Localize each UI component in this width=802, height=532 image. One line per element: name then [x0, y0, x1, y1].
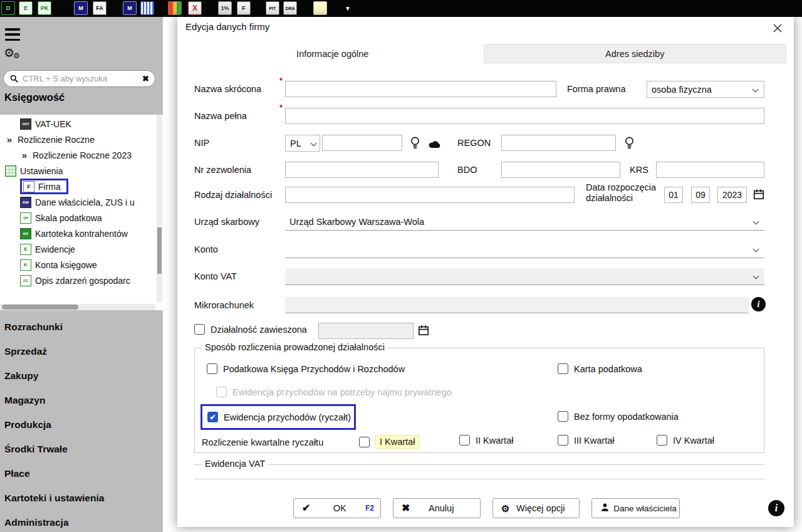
q2-checkbox[interactable]: ✔ II Kwartał	[459, 435, 513, 446]
rodzaj-dzialalnosci-input[interactable]	[285, 187, 575, 203]
tree-item-ustawienia[interactable]: Ustawienia	[5, 163, 63, 179]
tree-horizontal-scrollbar[interactable]	[0, 304, 155, 310]
toolbar-ruler-icon[interactable]	[140, 1, 154, 15]
toolbar-dropdown-icon[interactable]: ▼	[341, 1, 355, 15]
konto-vat-select[interactable]	[285, 268, 764, 285]
tree-item-opis-zdarzen[interactable]: ZG Opis zdarzeń gospodarc	[20, 273, 130, 288]
calendar-icon[interactable]	[417, 324, 430, 336]
zawieszenie-date-input[interactable]	[318, 323, 414, 339]
nip-bulb-icon[interactable]	[409, 136, 420, 150]
ryczalt-highlight-box: ✔ Ewidencja przychodów (ryczałt)	[200, 404, 356, 430]
nip-input[interactable]	[322, 135, 402, 151]
toolbar-reports-icon[interactable]	[168, 1, 182, 15]
toolbar-pk-icon[interactable]: PK	[38, 1, 51, 15]
checkbox-box: ✔	[216, 387, 227, 397]
konto-label: Konto	[194, 241, 218, 258]
search-input[interactable]	[23, 74, 138, 83]
tree-horizontal-scrollbar-thumb[interactable]	[2, 305, 78, 310]
tree-item-label: Ewidencje	[35, 244, 75, 254]
sidebar-item-magazyn[interactable]: Magazyn	[4, 395, 45, 406]
checkbox-box: ✔	[459, 435, 470, 446]
sidebar-item-srodki-trwale[interactable]: Środki Trwałe	[4, 444, 68, 455]
nr-zezwolenia-input[interactable]	[285, 162, 439, 178]
toolbar-pit-icon[interactable]: PIT	[266, 1, 279, 15]
calendar-icon[interactable]	[753, 188, 765, 201]
checkbox-label: Ewidencja przychodów (ryczałt)	[224, 412, 351, 422]
nazwa-pelna-input[interactable]	[285, 108, 764, 124]
start-date-year-input[interactable]: 2023	[717, 187, 747, 203]
cloud-download-icon[interactable]	[427, 138, 441, 149]
tree-item-label: Dane właściciela, ZUS i u	[35, 197, 135, 207]
q1-checkbox[interactable]: ✔ I Kwartał	[359, 435, 419, 449]
sidebar: ⚙ ⚙ ✖ Księgowość VAT VAT-UEK » Rozliczen…	[0, 17, 163, 532]
konto-select[interactable]	[285, 241, 764, 258]
more-options-button[interactable]: ⚙ Więcej opcji	[492, 498, 580, 518]
toolbar-d-icon[interactable]: D	[1, 1, 15, 15]
toolbar-excel-export-icon[interactable]: X	[188, 1, 202, 15]
start-date-day-input[interactable]: 01	[664, 187, 683, 203]
toolbar-fa-icon[interactable]: FA	[93, 1, 107, 15]
nazwa-pelna-label: Nazwa pełna	[194, 108, 247, 124]
bez-formy-checkbox[interactable]: ✔ Bez formy opodatkowania	[558, 411, 679, 422]
sidebar-item-kartoteki-i-ustawienia[interactable]: Kartoteki i ustawienia	[4, 493, 104, 504]
toolbar-dra-icon[interactable]: DRA	[283, 1, 297, 15]
close-icon[interactable]	[771, 22, 784, 34]
sidebar-item-sprzedaz[interactable]: Sprzedaż	[4, 346, 47, 357]
tree-item-firma[interactable]: F Firma	[20, 179, 68, 194]
settings-gears-icon[interactable]: ⚙ ⚙	[4, 46, 25, 63]
nazwa-skrocona-input[interactable]	[285, 81, 556, 97]
info-button[interactable]: i	[768, 500, 784, 516]
toolbar-m2-icon[interactable]: M	[123, 1, 137, 15]
tree-vertical-scrollbar-thumb[interactable]	[157, 227, 162, 274]
mikrorachunek-info-icon[interactable]: i	[751, 297, 766, 311]
owner-data-button[interactable]: Dane właściciela	[591, 498, 680, 518]
mikrorachunek-input[interactable]	[285, 297, 749, 313]
toolbar-m-icon[interactable]: M	[74, 1, 88, 15]
tree-item-konta-ksiegowe[interactable]: K Konta księgowe	[20, 257, 97, 273]
start-date-month-input[interactable]: 09	[691, 187, 710, 203]
bdo-input[interactable]	[501, 162, 620, 178]
tree-item-rozliczenie-roczne[interactable]: » Rozliczenie Roczne	[5, 132, 95, 147]
sidebar-item-rozrachunki[interactable]: Rozrachunki	[4, 321, 63, 333]
dialog-title: Edycja danych firmy	[185, 21, 269, 32]
tree-item-vat-uek[interactable]: VAT VAT-UEK	[20, 116, 71, 132]
forma-prawna-select[interactable]: osoba fizyczna	[647, 81, 764, 98]
toolbar-percent-icon[interactable]: 1%	[218, 1, 232, 15]
tree-item-dane-wlasciciela[interactable]: DW Dane właściciela, ZUS i u	[20, 194, 135, 210]
tab-informacje-ogolne[interactable]: Informacje ogólne	[182, 44, 484, 63]
sidebar-item-place[interactable]: Płace	[4, 468, 30, 479]
toolbar-ewidencja-icon[interactable]: E	[19, 1, 33, 15]
hamburger-menu-icon[interactable]	[5, 28, 20, 41]
sidebar-item-administracja[interactable]: Administracja	[4, 517, 69, 528]
divider	[194, 479, 764, 479]
clear-search-icon[interactable]: ✖	[142, 75, 149, 83]
ok-button[interactable]: ✔ OK F2	[293, 498, 381, 518]
tree-vertical-scrollbar[interactable]	[157, 115, 162, 303]
cancel-button[interactable]: ✖ Anuluj	[393, 498, 481, 518]
regon-bulb-icon[interactable]	[623, 136, 635, 150]
tree-item-skala-podatkowa[interactable]: SP Skala podatkowa	[20, 210, 102, 226]
tab-adres-siedziby[interactable]: Adres siedziby	[484, 44, 787, 63]
urzad-skarbowy-select[interactable]: Urząd Skarbowy Warszawa-Wola	[285, 214, 764, 231]
section-title-ksiegowosc[interactable]: Księgowość	[4, 91, 65, 103]
tree-item-kartoteka-kontrahentow[interactable]: KK Kartoteka kontrahentów	[20, 226, 128, 241]
ryczalt-checkbox[interactable]: ✔ Ewidencja przychodów (ryczałt)	[207, 412, 351, 422]
toolbar-note-icon[interactable]	[313, 1, 327, 15]
sidebar-item-zakupy[interactable]: Zakupy	[4, 370, 38, 382]
q3-checkbox[interactable]: ✔ III Kwartał	[558, 435, 614, 446]
karta-podatkowa-checkbox[interactable]: ✔ Karta podatkowa	[558, 363, 642, 374]
kpir-checkbox[interactable]: ✔ Podatkowa Księga Przychodów i Rozchodó…	[207, 363, 405, 374]
tree-item-ewidencje[interactable]: E Ewidencje	[20, 241, 75, 257]
dzialalnosc-zawieszona-checkbox[interactable]: ✔ Działalność zawieszona	[194, 324, 307, 335]
krs-input[interactable]	[656, 162, 764, 178]
application-window: D E PK M FA M X 1% F PIT DRA ▼ ⚙ ⚙ ✖ Ksi…	[0, 0, 802, 532]
najem-prywatny-checkbox[interactable]: ✔ Ewidencja przychodów na potrzeby najmu…	[216, 387, 452, 397]
q4-checkbox[interactable]: ✔ IV Kwartał	[657, 435, 714, 446]
nip-country-value: PL	[290, 138, 301, 149]
regon-input[interactable]	[501, 135, 616, 151]
firma-icon: F	[23, 181, 34, 192]
toolbar-f-doc-icon[interactable]: F	[237, 1, 251, 15]
nip-country-select[interactable]: PL	[285, 135, 320, 152]
sidebar-item-produkcja[interactable]: Produkcja	[4, 419, 51, 430]
tree-item-rozliczenie-roczne-2023[interactable]: » Rozliczenie Roczne 2023	[20, 147, 132, 163]
